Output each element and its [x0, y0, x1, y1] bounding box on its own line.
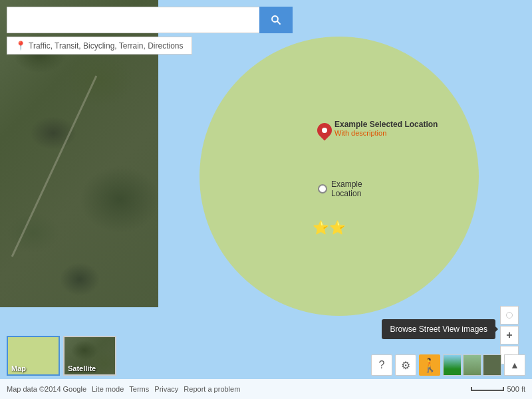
- scale-bar: 500 ft: [471, 385, 525, 393]
- search-button[interactable]: [259, 7, 293, 33]
- map-data-credit: Map data ©2014 Google: [7, 385, 86, 393]
- map-type-satellite-label: Satellite: [68, 364, 96, 372]
- search-bar: [7, 7, 293, 33]
- pegman-icon: 🚶: [422, 357, 438, 373]
- layers-bar[interactable]: 📍 Traffic, Transit, Bicycling, Terrain, …: [7, 37, 192, 55]
- search-icon: [270, 14, 282, 26]
- map-toolbar: ? ⚙ 🚶 ▲: [371, 354, 525, 376]
- report-problem-link[interactable]: Report a problem: [184, 385, 240, 393]
- search-input[interactable]: [7, 7, 259, 33]
- pin-dot: [322, 128, 327, 133]
- scale-line: [471, 387, 504, 391]
- expand-button[interactable]: ▲: [504, 354, 525, 376]
- settings-button[interactable]: ⚙: [395, 354, 416, 376]
- stars-rating: ⭐⭐: [313, 219, 346, 235]
- svg-line-1: [277, 21, 280, 24]
- small-dot-icon: [318, 184, 327, 194]
- privacy-link[interactable]: Privacy: [154, 385, 178, 393]
- layers-text: Traffic, Transit, Bicycling, Terrain, Di…: [29, 41, 184, 51]
- example-location-label: Example Location: [331, 180, 362, 198]
- map-pin: [317, 123, 332, 143]
- selected-location-marker[interactable]: Example Selected Location With descripti…: [317, 123, 332, 146]
- map-circle-area: [200, 37, 479, 316]
- map-type-satellite-button[interactable]: Satellite: [63, 336, 116, 376]
- terrain-thumbnails: [443, 354, 501, 376]
- map-type-switcher: Map Satellite: [7, 336, 116, 376]
- marker-title: Example Selected Location: [334, 120, 438, 129]
- terms-link[interactable]: Terms: [129, 385, 149, 393]
- help-button[interactable]: ?: [371, 354, 392, 376]
- satellite-terrain-thumb[interactable]: [483, 354, 501, 376]
- zoom-dot-indicator: [500, 306, 519, 325]
- pegman-button[interactable]: 🚶: [419, 354, 440, 376]
- layers-icon: 📍: [15, 41, 26, 51]
- map-type-map-button[interactable]: Map: [7, 336, 60, 376]
- marker-label: Example Selected Location With descripti…: [334, 120, 438, 137]
- pin-body: [314, 120, 334, 140]
- scale-label: 500 ft: [507, 385, 525, 393]
- bottom-bar: Map data ©2014 Google Lite mode Terms Pr…: [0, 379, 532, 399]
- map-container: 📍 Traffic, Transit, Bicycling, Terrain, …: [0, 0, 532, 399]
- zoom-in-button[interactable]: +: [500, 326, 519, 344]
- map-type-map-label: Map: [11, 364, 26, 372]
- topo-terrain-thumb[interactable]: [463, 354, 481, 376]
- expand-icon: ▲: [510, 360, 519, 370]
- marker-description: With description: [334, 129, 438, 137]
- sky-terrain-thumb[interactable]: [443, 354, 462, 376]
- lite-mode-link[interactable]: Lite mode: [92, 385, 124, 393]
- example-location-marker[interactable]: Example Location: [318, 180, 362, 198]
- street-view-tooltip: Browse Street View images: [382, 319, 495, 339]
